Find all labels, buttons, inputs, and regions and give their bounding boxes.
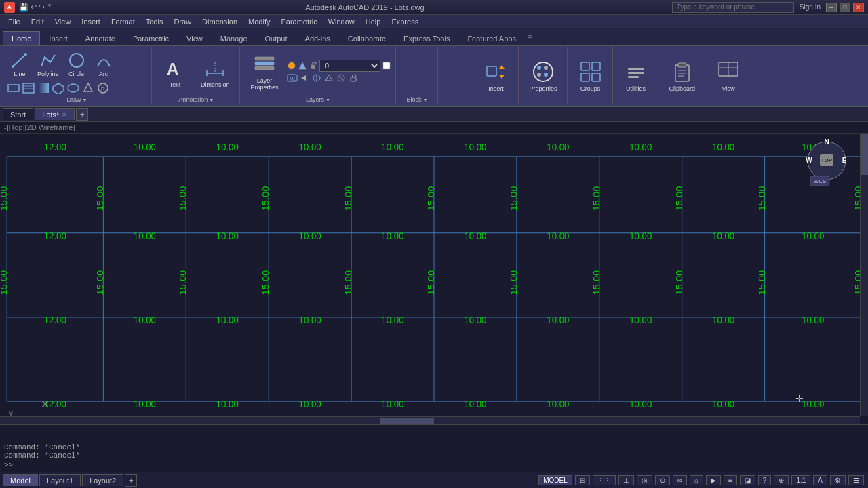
properties-button[interactable]: Properties: [524, 57, 563, 95]
sc-btn[interactable]: ⊕: [774, 475, 789, 485]
close-button[interactable]: ✕: [853, 3, 864, 12]
grid-btn[interactable]: ⊞: [575, 475, 590, 485]
arc-button[interactable]: Arc: [91, 49, 117, 80]
tab-output[interactable]: Output: [256, 31, 296, 45]
horizontal-scroll-thumb[interactable]: [380, 418, 434, 424]
new-layout-button[interactable]: +: [125, 474, 137, 487]
ducs-btn[interactable]: ⌂: [690, 475, 703, 485]
region-icon[interactable]: [66, 82, 80, 94]
qp-btn[interactable]: ?: [758, 475, 772, 485]
menu-express[interactable]: Express: [386, 16, 424, 27]
layout-tab-model[interactable]: Model: [3, 474, 38, 486]
menu-insert[interactable]: Insert: [76, 16, 106, 27]
layer-iso-icon[interactable]: [311, 73, 322, 83]
dyn-btn[interactable]: ▶: [706, 475, 721, 485]
view-button[interactable]: View: [711, 57, 746, 95]
block-group-label[interactable]: Block ▼: [407, 96, 428, 103]
wipeout-icon[interactable]: [81, 82, 95, 94]
menu-draw[interactable]: Draw: [168, 16, 197, 27]
layers-group-label[interactable]: Layers ▼: [306, 96, 330, 103]
svg-text:10.00: 10.00: [216, 314, 239, 325]
ortho-btn[interactable]: ⊥: [618, 475, 634, 485]
layer-freeze2-icon[interactable]: [323, 73, 334, 83]
svg-text:10.00: 10.00: [547, 398, 569, 409]
command-input[interactable]: [16, 461, 864, 469]
model-status-btn[interactable]: MODEL: [538, 475, 572, 485]
rectangle-icon[interactable]: [7, 82, 20, 94]
layer-select[interactable]: 0: [319, 60, 380, 72]
lw-btn[interactable]: ≡: [724, 475, 737, 485]
qat-save-icon[interactable]: 💾: [19, 3, 28, 12]
gradient-icon[interactable]: [37, 82, 50, 94]
tab-featured-apps[interactable]: Featured Apps: [458, 31, 525, 45]
qat-redo-icon[interactable]: ↪: [39, 3, 45, 12]
layer-off-icon[interactable]: [336, 73, 347, 83]
layer-previous-icon[interactable]: [299, 73, 310, 83]
settings-btn[interactable]: ☰: [848, 475, 864, 485]
tp-btn[interactable]: ◪: [740, 475, 755, 485]
osnap-btn[interactable]: ⊙: [655, 475, 670, 485]
vertical-scroll-thumb[interactable]: [861, 134, 868, 175]
tab-add-ins[interactable]: Add-ins: [296, 31, 339, 45]
menu-view[interactable]: View: [50, 16, 77, 27]
tab-annotate[interactable]: Annotate: [77, 31, 124, 45]
insert-button[interactable]: Insert: [479, 57, 514, 95]
minimize-button[interactable]: ─: [826, 3, 837, 12]
layer-lock2-icon[interactable]: [348, 73, 359, 83]
ws-btn[interactable]: ⚙: [830, 475, 846, 485]
tab-insert[interactable]: Insert: [40, 31, 77, 45]
svg-text:15.00: 15.00: [95, 270, 105, 296]
file-tab-lots[interactable]: Lots* ✕: [35, 108, 75, 120]
polyline-button[interactable]: Polyline: [34, 49, 62, 80]
menu-dimension[interactable]: Dimension: [197, 16, 243, 27]
scale-btn[interactable]: 1:1: [791, 475, 810, 485]
menu-edit[interactable]: Edit: [26, 16, 50, 27]
tab-collaborate[interactable]: Collaborate: [339, 31, 395, 45]
svg-rect-48: [628, 76, 639, 78]
utilities-button[interactable]: Utilities: [618, 57, 654, 95]
menu-format[interactable]: Format: [106, 16, 140, 27]
menu-file[interactable]: File: [3, 16, 26, 27]
tab-parametric[interactable]: Parametric: [124, 31, 178, 45]
dimension-button[interactable]: Dimension: [195, 53, 235, 91]
menu-help[interactable]: Help: [360, 16, 387, 27]
snap-btn[interactable]: ⋮⋮: [593, 475, 616, 485]
tab-express-tools[interactable]: Express Tools: [395, 31, 458, 45]
text-button[interactable]: A Text: [157, 53, 193, 91]
hatch-icon[interactable]: [22, 82, 35, 94]
maximize-button[interactable]: □: [840, 3, 850, 12]
annotation-group-label[interactable]: Annotation ▼: [178, 96, 214, 103]
revision-icon[interactable]: R: [96, 82, 110, 94]
polar-btn[interactable]: ◎: [637, 475, 652, 485]
canvas-area[interactable]: 12.00 10.00 10.00 10.00 10.00 10.00 10.0…: [0, 134, 868, 424]
tab-home[interactable]: Home: [3, 31, 40, 45]
clipboard-button[interactable]: Clipboard: [664, 57, 701, 95]
qat-dropdown-icon[interactable]: ▼: [47, 3, 52, 12]
menu-parametric[interactable]: Parametric: [275, 16, 322, 27]
file-tab-start[interactable]: Start: [3, 108, 33, 120]
tab-lots-close[interactable]: ✕: [62, 111, 67, 118]
menu-window[interactable]: Window: [323, 16, 360, 27]
horizontal-scrollbar[interactable]: [0, 416, 860, 424]
anno-btn[interactable]: A: [813, 475, 827, 485]
qat-undo-icon[interactable]: ↩: [31, 3, 37, 12]
layer-properties-button[interactable]: LayerProperties: [245, 49, 284, 94]
sign-in-button[interactable]: Sign In: [800, 3, 821, 11]
draw-group-label[interactable]: Draw ▼: [67, 96, 87, 103]
menu-modify[interactable]: Modify: [243, 16, 275, 27]
groups-button[interactable]: Groups: [573, 57, 608, 95]
otrack-btn[interactable]: ∞: [673, 475, 687, 485]
new-tab-button[interactable]: +: [76, 108, 88, 121]
circle-button[interactable]: Circle: [64, 49, 90, 80]
vertical-scrollbar[interactable]: [860, 134, 868, 416]
tab-manage[interactable]: Manage: [212, 31, 256, 45]
tab-view[interactable]: View: [178, 31, 212, 45]
layout-tab-layout1[interactable]: Layout1: [39, 474, 81, 486]
search-input[interactable]: [672, 2, 794, 13]
ribbon-options-icon[interactable]: ≡: [528, 33, 532, 42]
boundary-icon[interactable]: [52, 82, 65, 94]
line-button[interactable]: Line: [7, 49, 33, 80]
layer-match-icon[interactable]: ML: [287, 73, 298, 83]
menu-tools[interactable]: Tools: [140, 16, 169, 27]
layout-tab-layout2[interactable]: Layout2: [82, 474, 123, 486]
